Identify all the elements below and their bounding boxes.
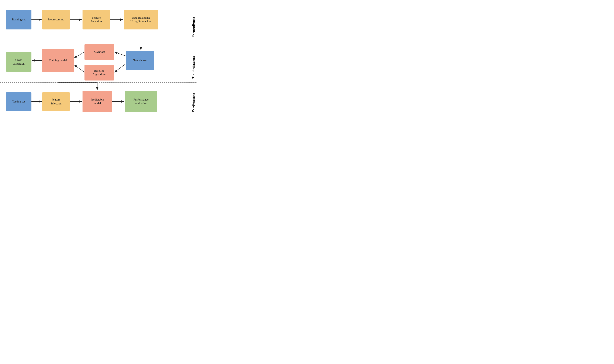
svg-line-7 — [74, 52, 84, 58]
baseline-algorithms-box: Baseline Algorithms — [84, 65, 114, 80]
xgboost-box: XGBoost — [84, 44, 114, 60]
training-model-box: Training model — [42, 49, 74, 72]
diagram: Resampling Training Predicting Training … — [0, 0, 197, 117]
feature-selection-top-box: Feature Selection — [82, 10, 110, 29]
predictable-model-box: Predictable model — [82, 91, 112, 112]
cross-validation-box: Cross validation — [6, 52, 31, 72]
training-set-box: Training set — [6, 10, 31, 29]
label-training: Training — [192, 42, 196, 80]
svg-line-8 — [74, 65, 84, 72]
performance-evaluation-box: Performance evaluation — [125, 91, 157, 112]
label-predicting: Predicting — [192, 85, 196, 114]
preprocessing-box: Preprocessing — [42, 10, 70, 29]
testing-set-box: Testing set — [6, 92, 31, 111]
svg-line-6 — [114, 64, 126, 72]
data-balancing-box: Data Balancing Using Smote-Enn — [124, 10, 158, 29]
divider-top — [0, 39, 197, 39]
svg-line-5 — [114, 52, 126, 56]
new-dataset-box: New dataset — [126, 51, 154, 70]
label-resampling: Resampling — [192, 12, 196, 37]
feature-selection-bottom-box: Feature Selection — [42, 92, 70, 111]
divider-bottom — [0, 82, 197, 83]
